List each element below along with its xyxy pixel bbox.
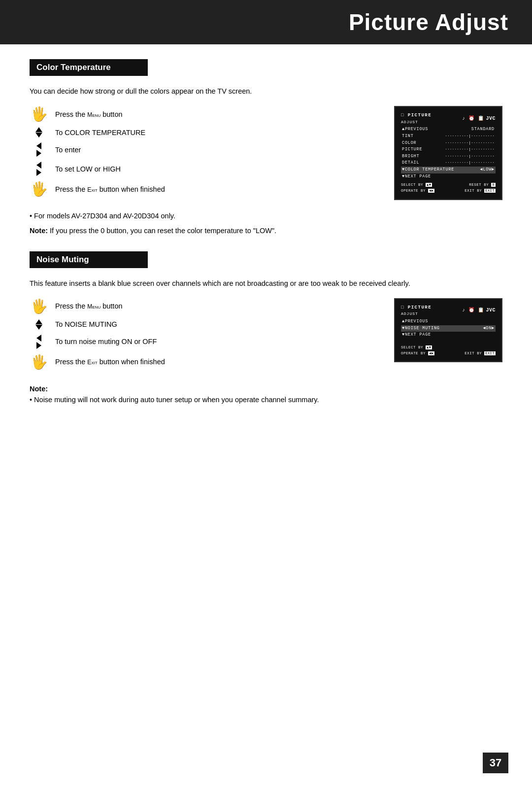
noise-muting-note: Note: • Noise muting will not work durin… — [30, 384, 502, 406]
color-temp-note: Note: If you press the 0 button, you can… — [30, 226, 502, 237]
step-row: To NOISE MUTING — [30, 319, 379, 330]
step-row: To set LOW or HIGH — [30, 162, 379, 176]
step-text: Press the Exit button when finished — [55, 184, 165, 194]
color-temp-bullet: • For models AV-27D304 and AV-20D304 onl… — [30, 211, 502, 222]
step-text: Press the Menu button — [55, 109, 123, 119]
leftright-arrow-icon — [30, 335, 48, 349]
noise-muting-section: Noise Muting This feature inserts a blan… — [30, 251, 502, 406]
main-content: Color Temperature You can decide how str… — [0, 44, 532, 440]
hand-icon: 🖐 — [30, 298, 48, 314]
step-text: To turn noise muting ON or OFF — [55, 337, 157, 346]
updown-arrow-icon — [30, 127, 48, 138]
step-row: 🖐 Press the Menu button — [30, 298, 379, 314]
noise-muting-header: Noise Muting — [30, 251, 148, 268]
color-temperature-steps: 🖐 Press the Menu button To COLOR TEMPERA… — [30, 106, 379, 202]
page-number: 37 — [483, 753, 508, 773]
step-row: To COLOR TEMPERATURE — [30, 127, 379, 138]
leftright-arrow-icon — [30, 142, 48, 157]
noise-muting-steps: 🖐 Press the Menu button To NOISE MUTING — [30, 298, 379, 375]
step-text: To COLOR TEMPERATURE — [55, 128, 145, 138]
step-row: 🖐 Press the Menu button — [30, 106, 379, 122]
leftright-arrow-icon-2 — [30, 162, 48, 176]
step-text: Press the Exit button when finished — [55, 357, 165, 367]
noise-muting-description: This feature inserts a blank blue screen… — [30, 278, 502, 289]
step-row: 🖐 Press the Exit button when finished — [30, 354, 379, 370]
hand-exit-icon: 🖐 — [30, 354, 48, 370]
page-title: Picture Adjust — [349, 9, 508, 35]
updown-arrow-icon — [30, 319, 48, 330]
color-temperature-description: You can decide how strong or dull the co… — [30, 86, 502, 97]
noise-muting-screen: □ PICTURE ADJUST ♪ ⏰ 📋 JVC ▲PREVIOUS ▼NO… — [394, 298, 502, 362]
step-text: To enter — [55, 145, 81, 155]
noise-muting-instructions: 🖐 Press the Menu button To NOISE MUTING — [30, 298, 502, 375]
step-row: To enter — [30, 142, 379, 157]
hand-icon: 🖐 — [30, 106, 48, 122]
step-text: To NOISE MUTING — [55, 319, 117, 329]
step-row: To turn noise muting ON or OFF — [30, 335, 379, 349]
color-temperature-instructions: 🖐 Press the Menu button To COLOR TEMPERA… — [30, 106, 502, 202]
page-header: Picture Adjust — [0, 0, 532, 44]
hand-exit-icon: 🖐 — [30, 181, 48, 197]
step-text: To set LOW or HIGH — [55, 164, 121, 174]
color-temperature-screen: □ PICTURE ADJUST ♪ ⏰ 📋 JVC ▲PREVIOUSSTAN… — [394, 106, 502, 200]
step-text: Press the Menu button — [55, 301, 123, 311]
step-row: 🖐 Press the Exit button when finished — [30, 181, 379, 197]
color-temperature-header: Color Temperature — [30, 59, 148, 76]
color-temperature-section: Color Temperature You can decide how str… — [30, 59, 502, 237]
